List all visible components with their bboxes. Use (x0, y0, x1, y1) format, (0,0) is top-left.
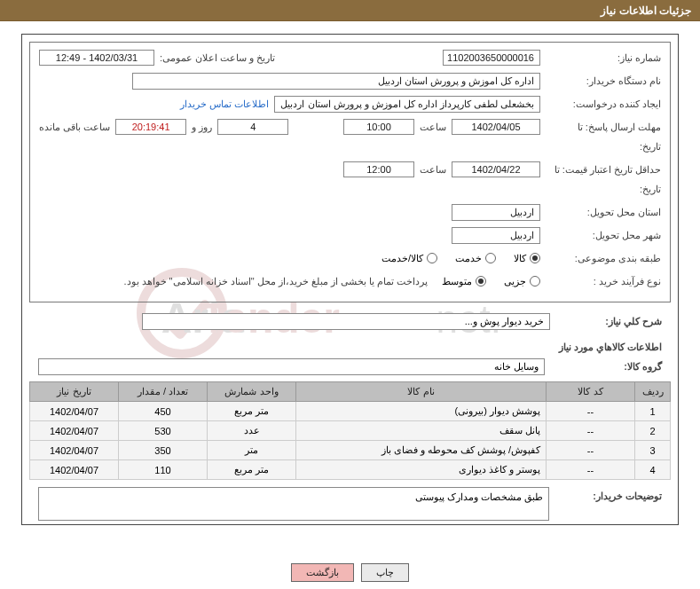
date-sublabel-2: تاریخ: (546, 184, 661, 195)
subject-option-1-label: خدمت (455, 253, 482, 264)
radio-icon (530, 253, 540, 263)
purchase-option-0[interactable]: جزیی (504, 276, 540, 287)
radio-icon (427, 253, 437, 263)
subject-class-radios: کالا خدمت کالا/خدمت (381, 253, 540, 264)
cell-code: -- (547, 441, 635, 460)
cell-unit: متر (208, 441, 296, 460)
page-title: جزئیات اطلاعات نیاز (601, 4, 691, 17)
th-name: نام کالا (296, 382, 547, 402)
delivery-province-value: اردبیل (452, 204, 540, 221)
purchase-note: پرداخت تمام یا بخشی از مبلغ خرید،از محل … (123, 276, 428, 287)
need-no-value: 1102003650000016 (443, 50, 540, 66)
validity-until-label: حداقل تاریخ اعتبار قیمت: تا (546, 164, 661, 176)
cell-unit: متر مربع (208, 402, 296, 421)
hour-label-1: ساعت (420, 122, 446, 133)
details-panel: شماره نیاز: 1102003650000016 تاریخ و ساع… (29, 42, 671, 302)
th-qty: تعداد / مقدار (119, 382, 208, 402)
days-label: روز و (192, 122, 212, 133)
buyer-org-value: اداره کل اموزش و پرورش استان اردبیل (132, 73, 540, 90)
cell-unit: عدد (208, 421, 296, 441)
cell-name: پوشش دیوار (بیرونی) (296, 402, 547, 421)
goods-info-label: اطلاعات كالاهاي مورد نياز (29, 342, 662, 353)
cell-code: -- (547, 402, 635, 421)
cell-qty: 450 (119, 402, 208, 421)
purchase-type-label: نوع فرآیند خرید : (546, 276, 661, 287)
need-no-label: شماره نیاز: (546, 52, 661, 64)
buyer-note-label: توضیحات خریدار: (558, 487, 662, 502)
radio-icon (476, 276, 486, 287)
cell-qty: 350 (119, 441, 208, 460)
summary-title-label: شرح کلي نياز: (555, 316, 662, 327)
cell-qty: 110 (119, 460, 208, 480)
purchase-type-radios: جزیی متوسط (442, 276, 540, 287)
delivery-province-label: استان محل تحویل: (546, 207, 661, 218)
main-container: Aria Tender .net شماره نیاز: 11020036500… (21, 34, 679, 525)
summary-title-value: خرید دیوار پوش و... (142, 313, 550, 330)
delivery-city-value: اردبیل (452, 227, 540, 244)
cell-name: پانل سقف (296, 421, 547, 441)
table-row: 2--پانل سقفعدد5301402/04/07 (30, 421, 671, 441)
back-button[interactable]: بازگشت (291, 563, 354, 582)
purchase-option-0-label: جزیی (504, 276, 526, 287)
goods-group-value: وسایل خانه (38, 358, 545, 375)
subject-class-label: طبقه بندی موضوعی: (546, 253, 661, 264)
cell-idx: 3 (635, 441, 671, 460)
cell-code: -- (547, 421, 635, 441)
buyer-org-label: نام دستگاه خریدار: (546, 75, 661, 87)
buyer-note-value: طبق مشخصات ومدارک پیوستی (38, 487, 549, 521)
purchase-option-1-label: متوسط (442, 276, 472, 287)
subject-option-0-label: کالا (514, 253, 526, 264)
cell-date: 1402/04/07 (30, 441, 119, 460)
table-row: 4--پوستر و کاغذ دیواریمتر مربع1101402/04… (30, 460, 671, 480)
cell-name: پوستر و کاغذ دیواری (296, 460, 547, 480)
cell-date: 1402/04/07 (30, 421, 119, 441)
cell-date: 1402/04/07 (30, 402, 119, 421)
th-unit: واحد شمارش (208, 382, 296, 402)
deadline-until-label: مهلت ارسال پاسخ: تا (546, 122, 661, 133)
countdown: 20:19:41 (115, 119, 186, 135)
hour-label-2: ساعت (420, 164, 446, 176)
table-header-row: ردیف کد کالا نام کالا واحد شمارش تعداد /… (30, 382, 671, 402)
announce-label: تاریخ و ساعت اعلان عمومی: (160, 52, 275, 64)
subject-option-0[interactable]: کالا (514, 253, 540, 264)
cell-unit: متر مربع (208, 460, 296, 480)
cell-date: 1402/04/07 (30, 460, 119, 480)
radio-icon (485, 253, 496, 263)
cell-idx: 2 (635, 421, 671, 441)
date-sublabel-1: تاریخ: (546, 141, 661, 153)
validity-time: 12:00 (343, 161, 414, 177)
deadline-date: 1402/04/05 (452, 119, 540, 135)
th-idx: ردیف (635, 382, 671, 402)
purchase-option-1[interactable]: متوسط (442, 276, 486, 287)
deadline-time: 10:00 (343, 119, 414, 135)
cell-qty: 530 (119, 421, 208, 441)
remaining-label: ساعت باقی مانده (39, 122, 110, 133)
radio-icon (530, 276, 540, 287)
print-button[interactable]: چاپ (361, 563, 409, 582)
subject-option-1[interactable]: خدمت (455, 253, 496, 264)
requester-value: بخشعلی لطفی کارپرداز اداره کل اموزش و پر… (274, 96, 540, 113)
goods-group-label: گروه کالا: (559, 361, 662, 373)
announce-value: 1402/03/31 - 12:49 (39, 50, 154, 66)
page-header: جزئیات اطلاعات نیاز (0, 0, 700, 21)
requester-label: ایجاد کننده درخواست: (546, 98, 661, 110)
cell-code: -- (547, 460, 635, 480)
subject-option-2[interactable]: کالا/خدمت (381, 253, 437, 264)
footer-buttons: چاپ بازگشت (0, 563, 700, 582)
buyer-contact-link[interactable]: اطلاعات تماس خریدار (180, 98, 269, 110)
subject-option-2-label: کالا/خدمت (381, 253, 423, 264)
table-row: 1--پوشش دیوار (بیرونی)متر مربع4501402/04… (30, 402, 671, 421)
th-date: تاریخ نیاز (30, 382, 119, 402)
goods-table: ردیف کد کالا نام کالا واحد شمارش تعداد /… (29, 381, 671, 480)
delivery-city-label: شهر محل تحویل: (546, 230, 661, 241)
th-code: کد کالا (547, 382, 635, 402)
cell-idx: 1 (635, 402, 671, 421)
table-row: 3--کفپوش/ پوشش کف محوطه و فضای بازمتر350… (30, 441, 671, 460)
cell-idx: 4 (635, 460, 671, 480)
validity-date: 1402/04/22 (452, 161, 540, 177)
cell-name: کفپوش/ پوشش کف محوطه و فضای باز (296, 441, 547, 460)
days-count: 4 (217, 119, 288, 135)
